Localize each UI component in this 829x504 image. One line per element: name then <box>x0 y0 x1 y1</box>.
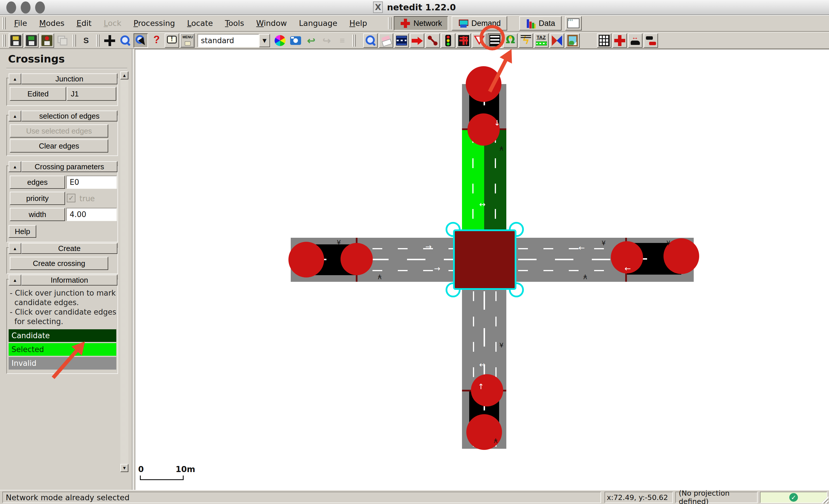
undo-button[interactable]: ↩ <box>304 33 318 48</box>
divider <box>6 68 127 69</box>
sidebar-splitter[interactable] <box>132 49 135 490</box>
create-edge-mode-icon <box>411 35 423 46</box>
collapse-edges-button[interactable]: ▲ <box>9 111 21 121</box>
priority-attr-button[interactable]: priority <box>10 192 65 205</box>
tab-network[interactable]: Network <box>394 16 448 31</box>
select-mode-button[interactable] <box>394 33 409 48</box>
shape-mode-button[interactable] <box>550 33 564 48</box>
create-edge-mode-button[interactable] <box>410 33 424 48</box>
edit-scheme-button[interactable] <box>273 33 287 48</box>
params-group-header[interactable]: Crossing parameters <box>21 161 117 172</box>
junction-center-fill[interactable] <box>453 229 516 290</box>
toolbar-grip[interactable] <box>2 35 6 47</box>
junction-shape-button[interactable] <box>613 33 627 48</box>
lane-arrow <box>579 244 585 252</box>
connection-mode-button[interactable] <box>426 33 440 48</box>
prohibition-mode-button[interactable] <box>472 33 486 48</box>
grid-toggle-button[interactable] <box>597 33 611 48</box>
width-input[interactable]: 4.00 <box>66 208 117 221</box>
menu-tools[interactable]: Tools <box>219 15 250 31</box>
menu-button[interactable] <box>180 33 194 48</box>
menu-processing[interactable]: Processing <box>128 15 181 31</box>
lane-arrow <box>478 383 484 390</box>
menu-language[interactable]: Language <box>293 15 344 31</box>
create-crossing-button[interactable]: Create crossing <box>10 257 108 270</box>
menu-locate[interactable]: Locate <box>181 15 219 31</box>
title-bar[interactable]: X netedit 1.22.0 <box>0 0 829 15</box>
edges-attr-button[interactable]: edges <box>10 176 65 189</box>
zoom-cursor-button[interactable] <box>134 33 148 48</box>
wire-mode-button[interactable] <box>519 33 533 48</box>
tab-demand[interactable]: Demand <box>452 16 507 31</box>
save-additionals-button[interactable] <box>40 33 54 48</box>
data-barchart-icon <box>526 18 536 29</box>
junction-bubble-south-inner[interactable] <box>471 374 503 406</box>
toolbar-grip[interactable] <box>352 35 356 47</box>
collapse-create-button[interactable]: ▲ <box>9 243 21 254</box>
menu-help[interactable]: Help <box>344 15 373 31</box>
help-button[interactable] <box>149 33 164 48</box>
window-button-icon[interactable] <box>21 1 31 13</box>
edges-group-header[interactable]: selection of edges <box>21 111 117 121</box>
junction-bubble-west-inner[interactable] <box>340 243 373 275</box>
message-window-button[interactable] <box>165 33 179 48</box>
tab-data[interactable]: Data <box>519 16 562 31</box>
collapse-params-button[interactable]: ▲ <box>9 161 21 172</box>
menu-edit[interactable]: Edit <box>71 15 98 31</box>
priority-checkbox[interactable]: ✓ <box>67 194 75 202</box>
junction-group-header[interactable]: Junction <box>21 73 117 84</box>
menu-modes[interactable]: Modes <box>33 15 71 31</box>
delete-mode-button[interactable] <box>379 33 393 48</box>
width-attr-button[interactable]: width <box>10 208 65 221</box>
sidebar-scrollbar[interactable]: ▲ ▼ <box>120 71 129 472</box>
supermode-s-button[interactable]: S <box>79 33 93 48</box>
edited-label-button[interactable]: Edited <box>10 87 66 101</box>
toolbar-grip[interactable] <box>96 35 100 47</box>
inspect-mode-button[interactable] <box>363 33 377 48</box>
info-group-header[interactable]: Information <box>21 275 117 286</box>
new-window-button[interactable] <box>565 16 582 31</box>
junction-bubble-west-tip[interactable] <box>288 242 324 278</box>
window-button-icon[interactable] <box>6 1 16 13</box>
move-view-button[interactable] <box>103 33 117 48</box>
tls-program-mode-button[interactable] <box>457 33 471 48</box>
toolbar-grip[interactable] <box>388 17 392 29</box>
junction-bubble-north-tip[interactable] <box>466 66 501 102</box>
menu-window[interactable]: Window <box>250 15 293 31</box>
scroll-down-button[interactable]: ▼ <box>120 464 129 472</box>
view-scheme-combobox[interactable]: standard <box>197 34 259 47</box>
network-junction-icon <box>400 18 410 29</box>
vehicle-size-button[interactable] <box>628 33 643 48</box>
traffic-light-mode-button[interactable] <box>441 33 455 48</box>
help-button[interactable]: Help <box>9 225 36 238</box>
tool-bar: S standard ▼ ↩ ↪ ≡ <box>0 32 829 49</box>
menu-file[interactable]: File <box>8 15 33 31</box>
junction-bubble-south-tip[interactable] <box>466 414 502 450</box>
window-button-icon[interactable] <box>35 1 45 13</box>
scale-start-label: 0 <box>138 465 144 474</box>
junction-bubble-north-inner[interactable] <box>467 113 500 146</box>
additional-mode-button[interactable] <box>503 33 517 48</box>
zoom-fit-button[interactable] <box>118 33 133 48</box>
taz-mode-button[interactable] <box>534 33 549 48</box>
edited-junction-value[interactable]: J1 <box>67 87 116 101</box>
toolbar-grip[interactable] <box>2 17 6 29</box>
yield-marking <box>602 240 606 247</box>
screenshot-camera-icon <box>290 36 301 45</box>
undo-list-button: ≡ <box>335 33 350 48</box>
poi-decal-button[interactable] <box>565 33 580 48</box>
save-plain-button[interactable] <box>24 33 39 48</box>
overtaking-button[interactable] <box>644 33 658 48</box>
create-group-header[interactable]: Create <box>21 243 117 254</box>
collapse-junction-button[interactable]: ▲ <box>9 73 21 84</box>
save-network-button[interactable] <box>9 33 23 48</box>
combobox-dropdown-button[interactable]: ▼ <box>259 34 270 47</box>
collapse-info-button[interactable]: ▲ <box>9 275 21 286</box>
screenshot-button[interactable] <box>288 33 303 48</box>
toolbar-grip[interactable] <box>73 35 76 47</box>
clear-edges-button[interactable]: Clear edges <box>10 139 108 152</box>
scroll-up-button[interactable]: ▲ <box>120 71 129 79</box>
crossing-mode-button[interactable] <box>488 33 502 48</box>
edges-input[interactable]: E0 <box>66 176 117 189</box>
network-view-canvas[interactable]: 0 10m <box>135 49 829 490</box>
